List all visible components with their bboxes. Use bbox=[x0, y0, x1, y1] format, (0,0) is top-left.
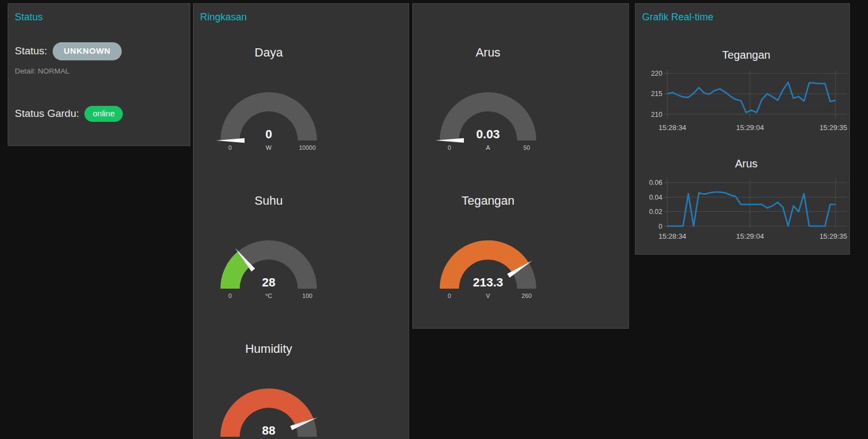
svg-text:0.06: 0.06 bbox=[649, 179, 662, 187]
status-panel: Status Status: UNKNOWN Detail: NORMAL St… bbox=[8, 3, 190, 146]
svg-text:0: 0 bbox=[447, 144, 451, 151]
svg-text:°C: °C bbox=[265, 292, 272, 299]
svg-text:15:29:04: 15:29:04 bbox=[736, 123, 764, 132]
svg-text:15:28:34: 15:28:34 bbox=[659, 232, 687, 240]
meters-panel-title bbox=[419, 9, 622, 25]
gauge-tegangan: Tegangan 213.3V0260 bbox=[419, 193, 557, 303]
svg-text:V: V bbox=[486, 292, 490, 299]
svg-text:0.03: 0.03 bbox=[476, 127, 500, 141]
svg-text:0.02: 0.02 bbox=[649, 208, 662, 216]
chart-arus-title: Arus bbox=[642, 155, 850, 172]
svg-text:10000: 10000 bbox=[299, 144, 316, 151]
status-badge: UNKNOWN bbox=[53, 42, 122, 60]
svg-text:0.04: 0.04 bbox=[649, 194, 662, 201]
gauge-suhu-title: Suhu bbox=[200, 193, 337, 209]
chart-tegangan: Tegangan 21021522015:28:3415:29:0415:29:… bbox=[642, 47, 850, 136]
gauge-humidity: Humidity 880100 bbox=[200, 341, 337, 439]
svg-text:0: 0 bbox=[265, 127, 272, 141]
svg-text:0: 0 bbox=[447, 292, 451, 299]
gauge-daya-title: Daya bbox=[200, 44, 337, 61]
svg-text:15:29:35: 15:29:35 bbox=[819, 232, 847, 240]
svg-text:210: 210 bbox=[651, 111, 662, 119]
svg-text:213.3: 213.3 bbox=[473, 275, 503, 289]
gauge-tegangan-canvas: 213.3V0260 bbox=[419, 237, 557, 303]
svg-text:15:29:35: 15:29:35 bbox=[819, 123, 847, 132]
svg-text:50: 50 bbox=[523, 144, 530, 151]
grafik-panel-title: Grafik Real-time bbox=[642, 9, 843, 25]
chart-arus-canvas: 00.020.040.0615:28:3415:29:0415:29:35 bbox=[642, 174, 850, 244]
gauge-tegangan-title: Tegangan bbox=[419, 193, 557, 209]
gauge-daya-canvas: 0W010000 bbox=[200, 88, 337, 155]
status-panel-title: Status bbox=[15, 9, 183, 25]
gardu-badge: online bbox=[84, 106, 123, 122]
ringkasan-panel-title: Ringkasan bbox=[200, 9, 402, 25]
svg-text:28: 28 bbox=[262, 275, 275, 289]
svg-text:88: 88 bbox=[262, 424, 275, 437]
gardu-row: Status Gardu: online bbox=[15, 106, 183, 122]
gauge-humidity-canvas: 880100 bbox=[200, 385, 337, 439]
svg-text:100: 100 bbox=[302, 292, 312, 299]
gauge-daya: Daya 0W010000 bbox=[200, 44, 337, 155]
status-row: Status: UNKNOWN bbox=[15, 42, 183, 60]
chart-tegangan-title: Tegangan bbox=[642, 47, 850, 63]
svg-text:260: 260 bbox=[521, 292, 531, 299]
svg-text:15:28:34: 15:28:34 bbox=[659, 123, 687, 132]
svg-text:0: 0 bbox=[659, 223, 662, 230]
status-label: Status: bbox=[15, 45, 47, 57]
svg-text:0: 0 bbox=[228, 292, 231, 299]
status-detail: Detail: NORMAL bbox=[15, 67, 183, 75]
gauge-arus-canvas: 0.03A050 bbox=[419, 88, 557, 155]
dashboard: Status Status: UNKNOWN Detail: NORMAL St… bbox=[0, 0, 868, 439]
svg-text:215: 215 bbox=[651, 90, 662, 98]
chart-arus: Arus 00.020.040.0615:28:3415:29:0415:29:… bbox=[642, 155, 850, 244]
gauge-arus-title: Arus bbox=[419, 44, 557, 61]
svg-text:A: A bbox=[486, 144, 490, 151]
grafik-panel: Grafik Real-time Tegangan 21021522015:28… bbox=[635, 3, 850, 255]
ringkasan-panel: Ringkasan Daya 0W010000 Suhu 28°C0100 Hu… bbox=[193, 3, 409, 439]
svg-text:W: W bbox=[266, 144, 272, 151]
gauge-suhu: Suhu 28°C0100 bbox=[200, 193, 337, 303]
meters-panel: Arus 0.03A050 Tegangan 213.3V0260 bbox=[412, 3, 629, 329]
svg-text:220: 220 bbox=[651, 70, 662, 77]
gauge-humidity-title: Humidity bbox=[200, 341, 337, 357]
gauge-arus: Arus 0.03A050 bbox=[419, 44, 557, 155]
chart-tegangan-canvas: 21021522015:28:3415:29:0415:29:35 bbox=[642, 65, 850, 136]
svg-text:0: 0 bbox=[228, 144, 231, 151]
svg-text:15:29:04: 15:29:04 bbox=[736, 232, 764, 240]
gauge-suhu-canvas: 28°C0100 bbox=[200, 237, 337, 303]
gardu-label: Status Gardu: bbox=[15, 108, 79, 120]
